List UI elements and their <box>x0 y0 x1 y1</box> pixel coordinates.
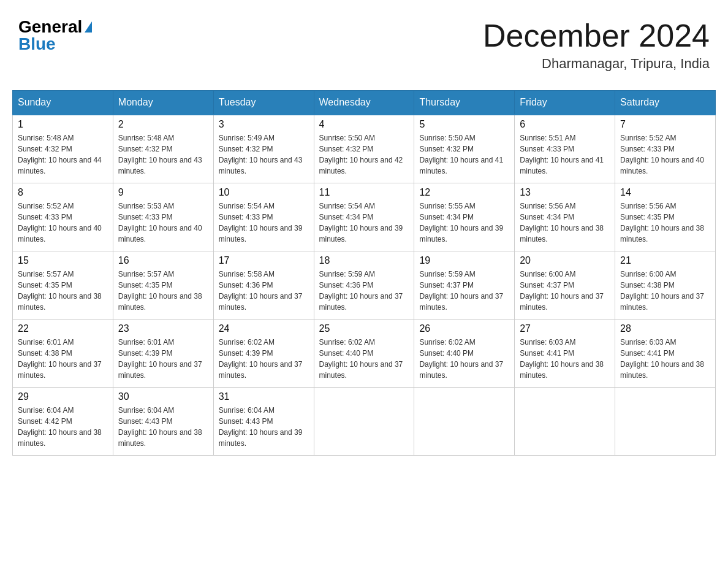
column-header-thursday: Thursday <box>414 91 515 115</box>
day-info: Sunrise: 5:54 AM Sunset: 4:34 PM Dayligh… <box>319 201 409 245</box>
day-info: Sunrise: 6:04 AM Sunset: 4:43 PM Dayligh… <box>118 405 208 449</box>
day-info: Sunrise: 5:50 AM Sunset: 4:32 PM Dayligh… <box>319 132 409 177</box>
day-number: 5 <box>419 119 509 130</box>
day-number: 28 <box>620 323 710 334</box>
day-info: Sunrise: 5:48 AM Sunset: 4:32 PM Dayligh… <box>118 132 208 177</box>
day-info: Sunrise: 6:02 AM Sunset: 4:40 PM Dayligh… <box>319 337 409 381</box>
day-info: Sunrise: 6:04 AM Sunset: 4:43 PM Dayligh… <box>219 405 309 449</box>
day-info: Sunrise: 5:55 AM Sunset: 4:34 PM Dayligh… <box>419 201 509 245</box>
day-info: Sunrise: 5:56 AM Sunset: 4:34 PM Dayligh… <box>520 201 610 245</box>
day-number: 24 <box>219 323 309 334</box>
day-info: Sunrise: 5:56 AM Sunset: 4:35 PM Dayligh… <box>620 201 710 245</box>
day-number: 14 <box>620 187 710 198</box>
day-info: Sunrise: 6:00 AM Sunset: 4:38 PM Dayligh… <box>620 269 710 313</box>
logo: General Blue <box>18 18 92 53</box>
day-number: 27 <box>520 323 610 334</box>
day-info: Sunrise: 5:49 AM Sunset: 4:32 PM Dayligh… <box>219 132 309 177</box>
calendar-header-row: SundayMondayTuesdayWednesdayThursdayFrid… <box>13 91 716 115</box>
day-number: 4 <box>319 119 409 130</box>
calendar-cell: 21Sunrise: 6:00 AM Sunset: 4:38 PM Dayli… <box>615 251 716 320</box>
day-info: Sunrise: 5:54 AM Sunset: 4:33 PM Dayligh… <box>219 201 309 245</box>
calendar-cell <box>515 388 615 456</box>
calendar-cell: 9Sunrise: 5:53 AM Sunset: 4:33 PM Daylig… <box>113 183 213 251</box>
calendar-subtitle: Dharmanagar, Tripura, India <box>483 56 710 72</box>
day-info: Sunrise: 6:01 AM Sunset: 4:39 PM Dayligh… <box>118 337 208 381</box>
day-number: 20 <box>520 255 610 266</box>
week-row-3: 15Sunrise: 5:57 AM Sunset: 4:35 PM Dayli… <box>13 251 716 320</box>
day-number: 8 <box>18 187 108 198</box>
column-header-saturday: Saturday <box>615 91 716 115</box>
day-info: Sunrise: 5:52 AM Sunset: 4:33 PM Dayligh… <box>620 132 710 177</box>
week-row-5: 29Sunrise: 6:04 AM Sunset: 4:42 PM Dayli… <box>13 388 716 456</box>
week-row-1: 1Sunrise: 5:48 AM Sunset: 4:32 PM Daylig… <box>13 115 716 183</box>
day-number: 16 <box>118 255 208 266</box>
day-number: 23 <box>118 323 208 334</box>
calendar-cell: 31Sunrise: 6:04 AM Sunset: 4:43 PM Dayli… <box>213 388 314 456</box>
day-info: Sunrise: 5:59 AM Sunset: 4:36 PM Dayligh… <box>319 269 409 313</box>
calendar-cell: 15Sunrise: 5:57 AM Sunset: 4:35 PM Dayli… <box>13 251 113 320</box>
day-number: 11 <box>319 187 409 198</box>
title-block: December 2024 Dharmanagar, Tripura, Indi… <box>483 18 710 72</box>
day-number: 6 <box>520 119 610 130</box>
day-info: Sunrise: 6:03 AM Sunset: 4:41 PM Dayligh… <box>620 337 710 381</box>
calendar-cell: 4Sunrise: 5:50 AM Sunset: 4:32 PM Daylig… <box>314 115 414 183</box>
calendar-table: SundayMondayTuesdayWednesdayThursdayFrid… <box>12 90 716 456</box>
calendar-cell: 2Sunrise: 5:48 AM Sunset: 4:32 PM Daylig… <box>113 115 213 183</box>
calendar-cell: 16Sunrise: 5:57 AM Sunset: 4:35 PM Dayli… <box>113 251 213 320</box>
week-row-2: 8Sunrise: 5:52 AM Sunset: 4:33 PM Daylig… <box>13 183 716 251</box>
week-row-4: 22Sunrise: 6:01 AM Sunset: 4:38 PM Dayli… <box>13 320 716 388</box>
calendar-cell: 10Sunrise: 5:54 AM Sunset: 4:33 PM Dayli… <box>213 183 314 251</box>
day-number: 29 <box>18 391 108 402</box>
day-number: 15 <box>18 255 108 266</box>
column-header-friday: Friday <box>515 91 615 115</box>
calendar-cell: 28Sunrise: 6:03 AM Sunset: 4:41 PM Dayli… <box>615 320 716 388</box>
column-header-monday: Monday <box>113 91 213 115</box>
day-number: 19 <box>419 255 509 266</box>
calendar-cell <box>414 388 515 456</box>
day-info: Sunrise: 6:03 AM Sunset: 4:41 PM Dayligh… <box>520 337 610 381</box>
day-number: 7 <box>620 119 710 130</box>
day-info: Sunrise: 5:58 AM Sunset: 4:36 PM Dayligh… <box>219 269 309 313</box>
day-number: 2 <box>118 119 208 130</box>
day-number: 10 <box>219 187 309 198</box>
calendar-cell: 6Sunrise: 5:51 AM Sunset: 4:33 PM Daylig… <box>515 115 615 183</box>
day-info: Sunrise: 6:00 AM Sunset: 4:37 PM Dayligh… <box>520 269 610 313</box>
day-number: 3 <box>219 119 309 130</box>
day-info: Sunrise: 5:50 AM Sunset: 4:32 PM Dayligh… <box>419 132 509 177</box>
logo-general: General <box>18 18 82 36</box>
day-info: Sunrise: 6:01 AM Sunset: 4:38 PM Dayligh… <box>18 337 108 381</box>
calendar-cell: 22Sunrise: 6:01 AM Sunset: 4:38 PM Dayli… <box>13 320 113 388</box>
day-number: 25 <box>319 323 409 334</box>
day-number: 13 <box>520 187 610 198</box>
logo-triangle-icon <box>85 21 92 33</box>
calendar-cell: 24Sunrise: 6:02 AM Sunset: 4:39 PM Dayli… <box>213 320 314 388</box>
day-info: Sunrise: 6:02 AM Sunset: 4:39 PM Dayligh… <box>219 337 309 381</box>
calendar-title: December 2024 <box>483 18 710 53</box>
calendar-cell: 18Sunrise: 5:59 AM Sunset: 4:36 PM Dayli… <box>314 251 414 320</box>
calendar-cell: 23Sunrise: 6:01 AM Sunset: 4:39 PM Dayli… <box>113 320 213 388</box>
day-info: Sunrise: 5:53 AM Sunset: 4:33 PM Dayligh… <box>118 201 208 245</box>
calendar-cell: 11Sunrise: 5:54 AM Sunset: 4:34 PM Dayli… <box>314 183 414 251</box>
day-number: 18 <box>319 255 409 266</box>
column-header-wednesday: Wednesday <box>314 91 414 115</box>
calendar-cell: 17Sunrise: 5:58 AM Sunset: 4:36 PM Dayli… <box>213 251 314 320</box>
logo-blue: Blue <box>18 36 56 53</box>
calendar-cell: 14Sunrise: 5:56 AM Sunset: 4:35 PM Dayli… <box>615 183 716 251</box>
column-header-tuesday: Tuesday <box>213 91 314 115</box>
calendar-cell: 3Sunrise: 5:49 AM Sunset: 4:32 PM Daylig… <box>213 115 314 183</box>
calendar-cell: 26Sunrise: 6:02 AM Sunset: 4:40 PM Dayli… <box>414 320 515 388</box>
calendar-cell: 19Sunrise: 5:59 AM Sunset: 4:37 PM Dayli… <box>414 251 515 320</box>
calendar-cell <box>615 388 716 456</box>
calendar-cell <box>314 388 414 456</box>
calendar-cell: 30Sunrise: 6:04 AM Sunset: 4:43 PM Dayli… <box>113 388 213 456</box>
calendar-cell: 12Sunrise: 5:55 AM Sunset: 4:34 PM Dayli… <box>414 183 515 251</box>
calendar-cell: 25Sunrise: 6:02 AM Sunset: 4:40 PM Dayli… <box>314 320 414 388</box>
day-number: 26 <box>419 323 509 334</box>
page-header: General Blue December 2024 Dharmanagar, … <box>12 12 716 78</box>
day-info: Sunrise: 5:57 AM Sunset: 4:35 PM Dayligh… <box>118 269 208 313</box>
calendar-cell: 27Sunrise: 6:03 AM Sunset: 4:41 PM Dayli… <box>515 320 615 388</box>
day-number: 21 <box>620 255 710 266</box>
day-info: Sunrise: 5:52 AM Sunset: 4:33 PM Dayligh… <box>18 201 108 245</box>
day-number: 30 <box>118 391 208 402</box>
calendar-cell: 13Sunrise: 5:56 AM Sunset: 4:34 PM Dayli… <box>515 183 615 251</box>
